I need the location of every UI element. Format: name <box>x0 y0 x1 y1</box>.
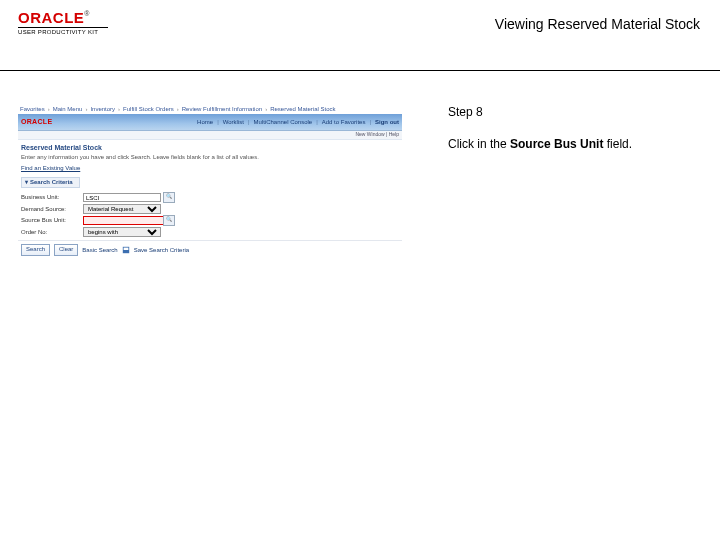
step-label: Step 8 <box>448 105 710 119</box>
clear-button[interactable]: Clear <box>54 244 78 256</box>
app-subbar: New Window | Help <box>18 131 402 140</box>
crumb-page[interactable]: Reserved Material Stock <box>270 106 335 113</box>
logo-rule <box>18 27 108 28</box>
link-mcc[interactable]: MultiChannel Console <box>253 119 312 126</box>
oracle-logo: ORACLE® <box>18 10 90 25</box>
app-topbar: ORACLE Home| Worklist| MultiChannel Cons… <box>18 114 402 131</box>
save-icon <box>122 246 130 254</box>
breadcrumb: Favorites› Main Menu› Inventory› Fulfill… <box>18 105 402 114</box>
action-bar: Search Clear Basic Search Save Search Cr… <box>18 240 402 256</box>
label-business-unit: Business Unit: <box>21 194 81 201</box>
crumb-favorites[interactable]: Favorites <box>20 106 45 113</box>
search-button[interactable]: Search <box>21 244 50 256</box>
basic-search-link[interactable]: Basic Search <box>82 247 117 254</box>
content-title: Reserved Material Stock <box>18 140 402 152</box>
collapse-icon: ▾ <box>25 179 28 186</box>
label-source-bus-unit: Source Bus Unit: <box>21 217 81 224</box>
search-form: Business Unit: 🔍 Demand Source: Material… <box>18 190 224 240</box>
link-home[interactable]: Home <box>197 119 213 126</box>
lookup-source-bus-unit[interactable]: 🔍 <box>163 215 175 226</box>
brand-block: ORACLE® USER PRODUCTIVITY KIT <box>18 10 108 35</box>
link-worklist[interactable]: Worklist <box>223 119 244 126</box>
link-signout[interactable]: Sign out <box>375 119 399 126</box>
search-criteria-header[interactable]: ▾ Search Criteria <box>21 177 80 188</box>
app-logo: ORACLE <box>21 118 52 126</box>
label-demand-source: Demand Source: <box>21 206 81 213</box>
input-business-unit[interactable] <box>83 193 161 202</box>
instruction-text: Click in the Source Bus Unit field. <box>448 137 710 151</box>
crumb-review[interactable]: Review Fulfillment Information <box>182 106 262 113</box>
embedded-app: Favorites› Main Menu› Inventory› Fulfill… <box>18 105 402 256</box>
lookup-business-unit[interactable]: 🔍 <box>163 192 175 203</box>
search-criteria-label: Search Criteria <box>30 179 73 186</box>
label-order-no: Order No: <box>21 229 81 236</box>
product-name: USER PRODUCTIVITY KIT <box>18 29 98 35</box>
input-source-bus-unit[interactable] <box>83 216 173 225</box>
svg-rect-1 <box>123 248 128 250</box>
content-description: Enter any information you have and click… <box>18 153 402 165</box>
select-order-no-op[interactable]: begins with <box>83 227 161 237</box>
crumb-inventory[interactable]: Inventory <box>90 106 115 113</box>
find-existing-link[interactable]: Find an Existing Value <box>18 165 402 175</box>
crumb-fulfill[interactable]: Fulfill Stock Orders <box>123 106 174 113</box>
link-favorites[interactable]: Add to Favorites <box>322 119 366 126</box>
page-title: Viewing Reserved Material Stock <box>495 10 700 32</box>
save-search-link[interactable]: Save Search Criteria <box>134 247 189 254</box>
crumb-main-menu[interactable]: Main Menu <box>53 106 83 113</box>
select-demand-source[interactable]: Material Request <box>83 204 161 214</box>
